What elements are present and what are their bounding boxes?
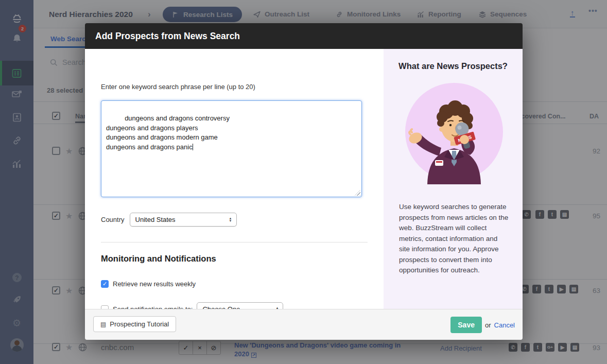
keywords-label: Enter one keyword search phrase per line…: [101, 83, 255, 91]
modal-form-pane: Enter one keyword search phrase per line…: [85, 49, 384, 309]
news-reporter-illustration: NEWS: [399, 79, 507, 184]
divider: [101, 242, 368, 242]
monitoring-section-heading: Monitoring and Notifications: [101, 254, 216, 264]
resize-handle-icon[interactable]: [355, 190, 360, 196]
prospecting-tutorial-button[interactable]: ▤ Prospecting Tutorial: [93, 316, 176, 332]
country-label: Country: [101, 216, 125, 223]
info-panel-body: Use keyword searches to generate prospec…: [399, 202, 510, 276]
cancel-link[interactable]: Cancel: [494, 321, 515, 329]
retrieve-weekly-checkbox[interactable]: ✓: [101, 280, 109, 288]
modal-footer: ▤ Prospecting Tutorial Save or Cancel: [85, 309, 523, 340]
retrieve-weekly-label: Retrieve new results weekly: [113, 280, 196, 288]
select-arrows-icon: ▲▼: [229, 217, 232, 222]
modal-header: Add Prospects from News Search: [85, 23, 523, 49]
app-canvas: 2: [0, 0, 607, 364]
keywords-textarea[interactable]: dungeons and dragons controversy dungeon…: [101, 100, 362, 197]
country-select[interactable]: United States ▲▼: [130, 213, 237, 227]
text-caret: [193, 144, 194, 150]
save-button[interactable]: Save: [450, 317, 482, 333]
add-prospects-modal: Add Prospects from News Search Enter one…: [85, 23, 523, 340]
or-text: or: [485, 321, 491, 329]
info-panel-title: What are News Prospects?: [384, 61, 523, 71]
info-panel: What are News Prospects?: [384, 49, 523, 309]
book-icon: ▤: [100, 321, 106, 328]
modal-title: Add Prospects from News Search: [95, 31, 240, 42]
